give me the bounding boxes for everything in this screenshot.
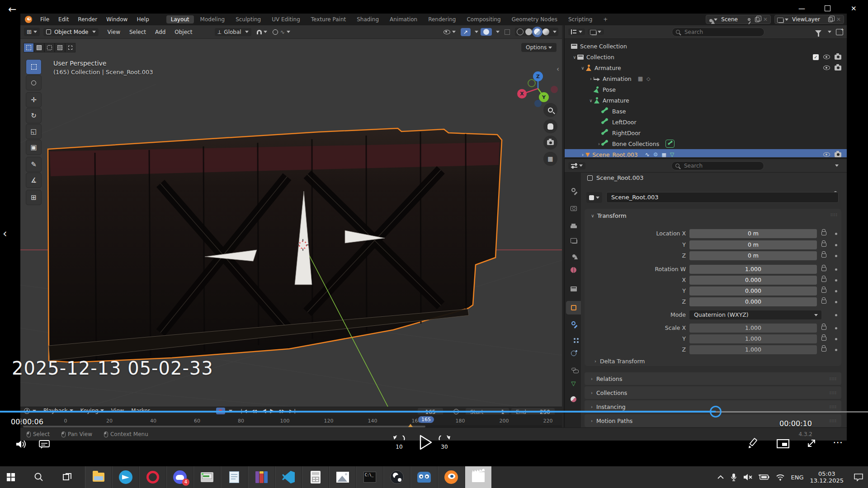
- lock-icon[interactable]: [821, 300, 826, 304]
- wifi-icon[interactable]: [776, 474, 785, 481]
- tab-constraints[interactable]: [566, 361, 581, 375]
- viewlayer-selector[interactable]: ViewLayer ✕: [774, 15, 844, 24]
- progress-bar-remaining[interactable]: [716, 411, 868, 413]
- tab-modeling[interactable]: Modeling: [196, 15, 230, 23]
- tab-layout[interactable]: Layout: [166, 15, 194, 23]
- rotation-y-field[interactable]: 0.000: [689, 286, 817, 296]
- tab-geometry-nodes[interactable]: Geometry Nodes: [507, 15, 562, 23]
- object-type-dropdown[interactable]: [586, 192, 602, 203]
- gizmo-toggle[interactable]: ↗: [461, 28, 471, 36]
- options-button[interactable]: Options: [521, 43, 557, 52]
- rotation-z-field[interactable]: 0.000: [689, 297, 817, 306]
- outliner-row-bone-rightdoor[interactable]: RightDoor: [565, 127, 847, 138]
- shading-rendered-button[interactable]: [542, 28, 549, 35]
- more-options-button[interactable]: ⋯: [833, 436, 843, 448]
- outliner-row-scene-collection[interactable]: Scene Collection: [565, 41, 847, 52]
- rewind-10-button[interactable]: 10: [392, 436, 406, 450]
- ortho-grid-button[interactable]: ▦: [543, 152, 557, 166]
- taskbar-app-opera-gx[interactable]: [139, 466, 166, 488]
- properties-search-input[interactable]: [683, 162, 760, 169]
- microphone-icon[interactable]: [731, 473, 737, 481]
- taskbar-app-photos[interactable]: [329, 466, 356, 488]
- maximize-icon[interactable]: [825, 5, 830, 11]
- pin-icon[interactable]: [748, 18, 750, 21]
- select-lasso-button[interactable]: [55, 43, 65, 52]
- proportional-edit-button[interactable]: ∿: [270, 28, 293, 36]
- battery-icon[interactable]: [759, 474, 769, 480]
- editor-type-button[interactable]: ⊞: [24, 28, 40, 36]
- tab-world[interactable]: [566, 263, 581, 277]
- back-button[interactable]: ←: [8, 4, 16, 15]
- keyframe-dot-icon[interactable]: [835, 244, 837, 246]
- tool-rotate[interactable]: ↻: [26, 108, 42, 123]
- outliner-row-armature-data[interactable]: ∨Armature: [565, 95, 847, 106]
- keyframe-dot-icon[interactable]: [835, 255, 837, 257]
- edit-pencil-button[interactable]: [747, 437, 759, 451]
- navigation-gizmo[interactable]: Z X Y: [515, 61, 562, 111]
- taskbar-app-winrar[interactable]: [248, 466, 275, 488]
- scale-x-field[interactable]: 1.000: [689, 324, 817, 333]
- playhead-badge[interactable]: 165: [418, 416, 434, 423]
- transform-panel-header[interactable]: ∨Transform: [590, 212, 627, 219]
- visibility-dropdown[interactable]: [441, 29, 458, 35]
- start-button[interactable]: [0, 466, 22, 488]
- taskbar-app-explorer[interactable]: [85, 466, 112, 488]
- location-z-field[interactable]: 0 m: [689, 251, 817, 260]
- search-button[interactable]: [28, 466, 50, 488]
- mode-dropdown[interactable]: Object Mode: [43, 28, 99, 36]
- taskbar-app-calculator[interactable]: [302, 466, 329, 488]
- tab-shading[interactable]: Shading: [352, 15, 383, 23]
- volume-button[interactable]: [15, 439, 27, 451]
- tab-object-data[interactable]: ▽: [566, 376, 581, 390]
- tab-uv-editing[interactable]: UV Editing: [267, 15, 305, 23]
- outliner-row-scene-root[interactable]: › ▼ Scene_Root.003 ∿ ⚙ ▦ ▽: [565, 149, 847, 157]
- language-indicator[interactable]: ENG: [791, 474, 804, 481]
- tab-view-layer[interactable]: [566, 233, 581, 247]
- lock-icon[interactable]: [821, 253, 826, 258]
- menu-select[interactable]: Select: [125, 29, 151, 35]
- shading-solid-button[interactable]: [525, 28, 532, 35]
- outliner-row-bone-base[interactable]: Base: [565, 106, 847, 117]
- fullscreen-button[interactable]: [806, 437, 817, 451]
- gizmo-x-axis[interactable]: X: [517, 89, 527, 99]
- rotation-w-field[interactable]: 1.000: [689, 265, 817, 274]
- lock-icon[interactable]: [821, 289, 826, 293]
- location-x-field[interactable]: 0 m: [689, 229, 817, 238]
- tool-cursor[interactable]: [26, 75, 42, 90]
- gizmo-y-axis[interactable]: Y: [539, 92, 549, 102]
- menu-add[interactable]: Add: [151, 29, 170, 35]
- panel-collections[interactable]: ›Collections::::: [585, 386, 841, 399]
- taskbar-app-godot[interactable]: [410, 466, 438, 488]
- keyframe-dot-icon[interactable]: [835, 314, 837, 316]
- tab-modifiers[interactable]: [566, 316, 581, 330]
- scale-z-field[interactable]: 1.000: [689, 345, 817, 354]
- object-name-field[interactable]: Scene_Root.003: [606, 192, 839, 203]
- tab-tool[interactable]: [566, 183, 581, 197]
- timeline-ruler[interactable]: -20 0 20 40 60 80 100 120 140 160 180 20…: [20, 414, 562, 425]
- rotation-mode-dropdown[interactable]: Quaternion (WXYZ): [689, 310, 821, 319]
- forward-30-button[interactable]: 30: [438, 436, 451, 450]
- tab-object[interactable]: [566, 301, 581, 314]
- tab-rendering[interactable]: Rendering: [424, 15, 460, 23]
- zoom-button[interactable]: [543, 103, 557, 117]
- minimize-button[interactable]: —: [798, 5, 805, 13]
- copy-icon[interactable]: [828, 17, 833, 22]
- tray-expand-chevron-icon[interactable]: [717, 475, 724, 479]
- tool-move[interactable]: ✛: [26, 92, 42, 108]
- taskbar-app-discord[interactable]: 4: [166, 466, 193, 488]
- properties-search[interactable]: [671, 161, 764, 170]
- tab-sculpting[interactable]: Sculpting: [231, 15, 265, 23]
- menu-view[interactable]: View: [103, 29, 125, 35]
- workspace-add-button[interactable]: +: [599, 15, 612, 23]
- pan-hand-button[interactable]: [543, 119, 557, 133]
- chevron-down-icon[interactable]: [835, 164, 839, 169]
- filter-icon[interactable]: [815, 30, 821, 34]
- camera-toggle-icon[interactable]: [835, 55, 841, 60]
- viewport-3d[interactable]: ⊞ Object Mode View Select Add Object ⟂ G…: [20, 25, 562, 407]
- shading-wireframe-button[interactable]: [517, 28, 524, 35]
- outliner-search[interactable]: [672, 28, 764, 37]
- delta-transform-header[interactable]: ›Delta Transform: [593, 358, 645, 365]
- outliner-editor-type-button[interactable]: [568, 28, 585, 35]
- panel-drag-icon[interactable]: ::::: [830, 212, 838, 217]
- tab-particles[interactable]: [566, 331, 581, 345]
